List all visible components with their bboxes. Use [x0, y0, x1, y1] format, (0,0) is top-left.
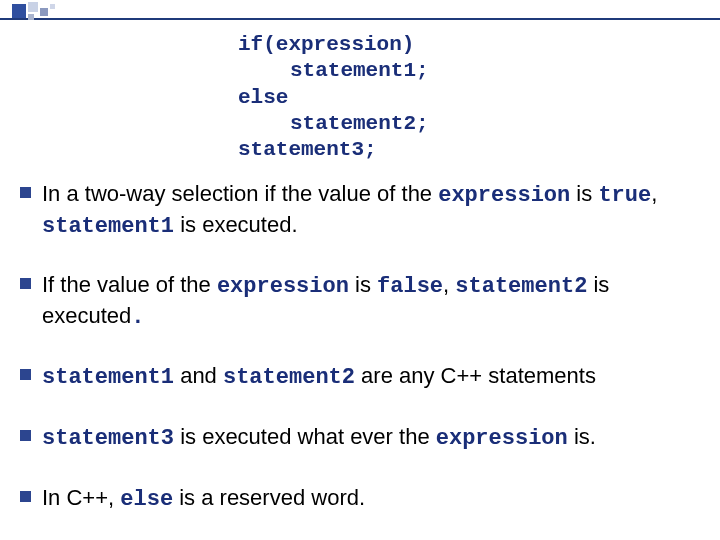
bullet-1-code-c: statement1	[42, 214, 174, 239]
bullet-5-text-a: In C++,	[42, 485, 120, 510]
code-line-2: statement1;	[0, 58, 720, 84]
bullet-1-code-a: expression	[438, 183, 570, 208]
bullet-3-code-a: statement1	[42, 365, 174, 390]
code-line-4: statement2;	[0, 111, 720, 137]
corner-decoration	[0, 0, 90, 20]
bullet-square-icon	[20, 187, 31, 198]
code-block: if(expression) statement1; else statemen…	[0, 32, 720, 163]
bullet-1-text-a: In a two-way selection if the value of t…	[42, 181, 438, 206]
bullet-2-text-a: If the value of the	[42, 272, 217, 297]
code-line-1: if(expression)	[0, 32, 720, 58]
bullet-square-icon	[20, 278, 31, 289]
bullet-3-text-a: and	[174, 363, 223, 388]
bullet-4-code-b: expression	[436, 426, 568, 451]
bullet-4-code-a: statement3	[42, 426, 174, 451]
bullet-3-text-b: are any C++ statements	[355, 363, 596, 388]
bullet-item-1: In a two-way selection if the value of t…	[20, 180, 698, 241]
bullet-2-code-b: false	[377, 274, 443, 299]
bullet-2-code-d: .	[131, 305, 144, 330]
bullet-item-5: In C++, else is a reserved word.	[20, 484, 698, 515]
bullet-1-code-b: true	[598, 183, 651, 208]
bullet-2-code-c: statement2	[455, 274, 587, 299]
header-divider	[0, 0, 720, 20]
bullet-5-text-b: is a reserved word.	[173, 485, 365, 510]
bullet-5-code-a: else	[120, 487, 173, 512]
bullet-square-icon	[20, 430, 31, 441]
bullet-1-text-b: is	[570, 181, 598, 206]
bullet-item-4: statement3 is executed what ever the exp…	[20, 423, 698, 454]
bullet-item-2: If the value of the expression is false,…	[20, 271, 698, 332]
bullet-square-icon	[20, 369, 31, 380]
bullet-2-code-a: expression	[217, 274, 349, 299]
bullet-list: In a two-way selection if the value of t…	[20, 180, 698, 514]
bullet-4-text-a: is executed what ever the	[174, 424, 436, 449]
bullet-2-text-b: is	[349, 272, 377, 297]
bullet-square-icon	[20, 491, 31, 502]
bullet-3-code-b: statement2	[223, 365, 355, 390]
bullet-item-3: statement1 and statement2 are any C++ st…	[20, 362, 698, 393]
bullet-1-text-c: ,	[651, 181, 657, 206]
code-line-5: statement3;	[0, 137, 720, 163]
code-line-3: else	[0, 85, 720, 111]
bullet-2-text-c: ,	[443, 272, 455, 297]
bullet-4-text-b: is.	[568, 424, 596, 449]
bullet-1-text-d: is executed.	[174, 212, 298, 237]
